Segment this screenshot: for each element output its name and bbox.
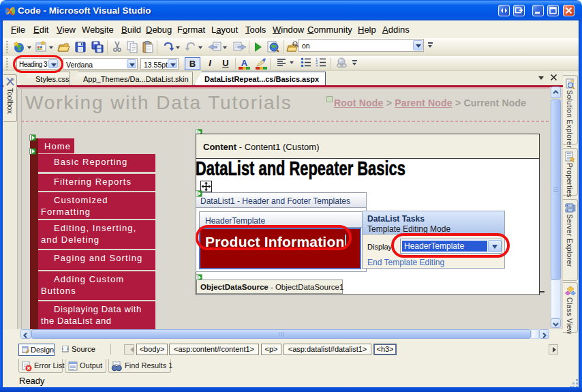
svg-text:3: 3 [316, 64, 318, 67]
